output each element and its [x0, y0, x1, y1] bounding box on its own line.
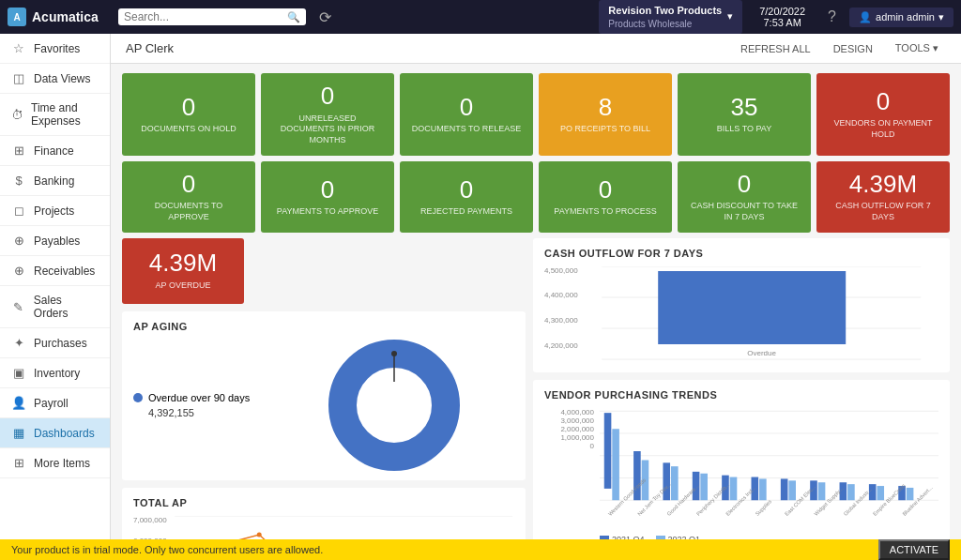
kpi-bills-to-pay[interactable]: 35 BILLS TO PAY	[678, 73, 811, 156]
kpi-po-receipts[interactable]: 8 PO RECEIPTS TO BILL	[539, 73, 672, 156]
donut-chart	[274, 340, 514, 471]
sidebar-item-label: Data Views	[34, 72, 90, 85]
refresh-all-button[interactable]: REFRESH ALL	[733, 40, 818, 57]
sidebar-item-dataviews[interactable]: ◫ Data Views	[0, 64, 110, 94]
time-icon: ⏱	[11, 108, 23, 122]
kpi-vendors-payment-hold[interactable]: 0 VENDORS ON PAYMENT HOLD	[816, 73, 950, 156]
svg-rect-37	[658, 271, 846, 344]
vendor-trends-widget: VENDOR PURCHASING TRENDS 4,000,000 3,000…	[533, 380, 950, 539]
kpi-unreleased-docs[interactable]: 0 UNRELEASED DOCUMENTS IN PRIOR MONTHS	[261, 73, 394, 156]
sidebar-item-label: Favorites	[34, 42, 80, 55]
company-name: Revision Two Products	[608, 4, 722, 17]
svg-rect-45	[612, 429, 619, 500]
kpi-row-2: 0 DOCUMENTS TO APPROVE 0 PAYMENTS TO APP…	[122, 161, 950, 233]
cash-outflow-bars: Overdue	[584, 266, 938, 363]
kpi-payments-to-process[interactable]: 0 PAYMENTS TO PROCESS	[539, 161, 672, 233]
search-input[interactable]	[124, 10, 287, 23]
sidebar-item-banking[interactable]: $ Banking	[0, 166, 110, 196]
design-button[interactable]: DESIGN	[826, 40, 880, 57]
finance-icon: ⊞	[11, 144, 26, 158]
kpi-ap-overdue[interactable]: 4.39M AP OVERDUE	[122, 238, 244, 304]
datetime-display[interactable]: 7/20/2022 7:53 AM	[750, 6, 815, 28]
statusbar: Your product is in trial mode. Only two …	[0, 539, 961, 560]
sidebar-item-time-expenses[interactable]: ⏱ Time and Expenses	[0, 94, 110, 136]
svg-rect-56	[781, 478, 788, 500]
svg-point-3	[391, 351, 397, 356]
sidebar-item-finance[interactable]: ⊞ Finance	[0, 136, 110, 166]
sidebar-item-dashboards[interactable]: ▦ Dashboards	[0, 418, 110, 448]
sidebar-item-label: Dashboards	[34, 427, 95, 440]
cash-outflow-title: CASH OUTFLOW FOR 7 DAYS	[544, 248, 938, 259]
sidebar-item-inventory[interactable]: ▣ Inventory	[0, 358, 110, 388]
total-ap-chart-area: 7,000,000 6,000,000 5,000,000 4,000,000 …	[133, 516, 514, 539]
sidebar-item-label: Inventory	[34, 367, 80, 380]
legend-dot	[133, 393, 143, 402]
logo-text: Acumatica	[32, 9, 99, 24]
banking-icon: $	[11, 174, 26, 188]
sidebar-item-payables[interactable]: ⊕ Payables	[0, 226, 110, 256]
sidebar-item-projects[interactable]: ◻ Projects	[0, 196, 110, 226]
search-box[interactable]: 🔍	[118, 8, 306, 25]
svg-rect-57	[788, 480, 796, 500]
favorites-icon: ☆	[11, 41, 26, 55]
kpi-cash-outflow[interactable]: 4.39M CASH OUTFLOW FOR 7 DAYS	[816, 161, 950, 233]
activate-button[interactable]: ACTIVATE	[878, 539, 950, 560]
dataviews-icon: ◫	[11, 71, 26, 85]
svg-rect-59	[818, 482, 826, 500]
user-dropdown-icon: ▾	[938, 11, 944, 23]
left-panel: 4.39M AP OVERDUE AP AGING Overdue over 9…	[122, 238, 526, 539]
sidebar-item-purchases[interactable]: ✦ Purchases	[0, 328, 110, 358]
ap-overdue-value: 4.39M	[149, 250, 217, 277]
history-button[interactable]: ⟳	[313, 8, 337, 26]
sidebar-item-more[interactable]: ⊞ More Items	[0, 448, 110, 478]
date-text: 7/20/2022	[759, 6, 805, 17]
ap-aging-title: AP AGING	[133, 321, 514, 332]
legend-value: 4,392,155	[133, 407, 274, 418]
sidebar-item-payroll[interactable]: 👤 Payroll	[0, 388, 110, 418]
total-ap-y-labels: 7,000,000 6,000,000 5,000,000 4,000,000 …	[133, 516, 169, 539]
svg-text:Widget Supply...: Widget Supply...	[813, 485, 845, 517]
legend-item-overdue: Overdue over 90 days	[133, 392, 274, 403]
sidebar-item-label: Time and Expenses	[31, 101, 99, 128]
help-button[interactable]: ?	[822, 8, 842, 25]
tools-button[interactable]: TOOLS ▾	[888, 39, 946, 57]
kpi-cash-discount[interactable]: 0 CASH DISCOUNT TO TAKE IN 7 DAYS	[678, 161, 811, 233]
svg-rect-65	[907, 488, 914, 500]
ap-aging-content: Overdue over 90 days 4,392,155	[133, 340, 514, 471]
dashboards-icon: ▦	[11, 426, 26, 440]
payables-icon: ⊕	[11, 234, 26, 248]
vendor-y-labels: 4,000,000 3,000,000 2,000,000 1,000,000 …	[544, 408, 596, 478]
ap-overdue-label: AP OVERDUE	[156, 280, 211, 292]
total-ap-chart: 08-2021 09-2021 10-2021 11-2021 12-2021 …	[173, 516, 514, 539]
user-icon: 👤	[859, 11, 872, 23]
dashboard: 0 DOCUMENTS ON HOLD 0 UNRELEASED DOCUMEN…	[111, 64, 961, 539]
time-text: 7:53 AM	[763, 17, 801, 28]
sidebar-item-favorites[interactable]: ☆ Favorites	[0, 34, 110, 64]
svg-text:Supplies: Supplies	[755, 498, 773, 517]
sidebar-item-label: More Items	[34, 457, 90, 470]
kpi-docs-to-approve[interactable]: 0 DOCUMENTS TO APPROVE	[122, 161, 255, 233]
kpi-docs-on-hold[interactable]: 0 DOCUMENTS ON HOLD	[122, 73, 255, 156]
kpi-docs-to-release[interactable]: 0 DOCUMENTS TO RELEASE	[400, 73, 533, 156]
company-selector[interactable]: Revision Two Products Products Wholesale…	[599, 0, 742, 33]
vendor-trends-title: VENDOR PURCHASING TRENDS	[544, 389, 938, 401]
ap-aging-legend: Overdue over 90 days 4,392,155	[133, 392, 274, 418]
topbar: A Acumatica 🔍 ⟳ Revision Two Products Pr…	[0, 0, 961, 34]
kpi-row-1: 0 DOCUMENTS ON HOLD 0 UNRELEASED DOCUMEN…	[122, 73, 950, 156]
cash-outflow-y-labels: 4,500,000 4,400,000 4,300,000 4,200,000	[544, 266, 580, 363]
svg-point-12	[256, 532, 261, 537]
projects-icon: ◻	[11, 204, 26, 218]
svg-text:Electronics Ind...: Electronics Ind...	[725, 484, 756, 516]
payroll-icon: 👤	[11, 396, 26, 410]
company-sub: Products Wholesale	[608, 18, 722, 30]
user-menu[interactable]: 👤 admin admin ▾	[849, 8, 953, 27]
svg-rect-53	[730, 477, 738, 500]
sidebar-item-label: Receivables	[34, 265, 95, 278]
svg-text:Global Industr...: Global Industr...	[843, 486, 874, 517]
kpi-payments-to-approve[interactable]: 0 PAYMENTS TO APPROVE	[261, 161, 394, 233]
sidebar-item-sales-orders[interactable]: ✎ Sales Orders	[0, 286, 110, 328]
sidebar-item-label: Banking	[34, 174, 74, 188]
total-ap-widget: TOTAL AP 7,000,000 6,000,000 5,000,000 4…	[122, 488, 526, 539]
kpi-rejected-payments[interactable]: 0 REJECTED PAYMENTS	[400, 161, 533, 233]
sidebar-item-receivables[interactable]: ⊕ Receivables	[0, 256, 110, 286]
